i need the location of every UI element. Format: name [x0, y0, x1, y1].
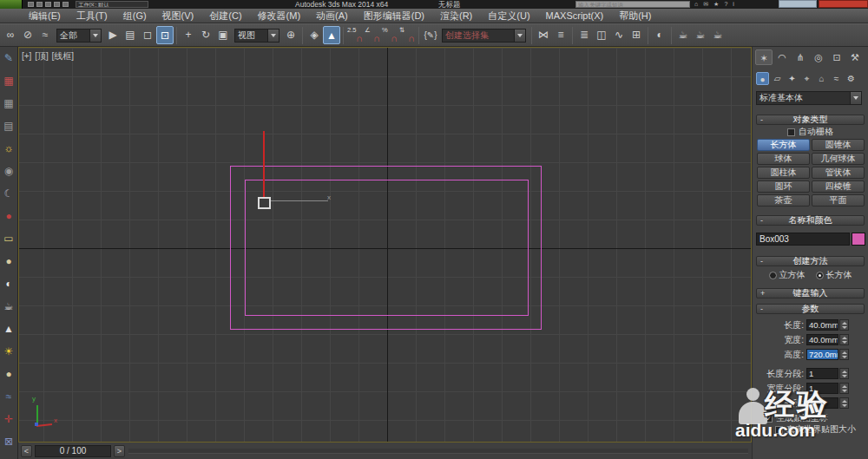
- cube-radio[interactable]: 立方体: [769, 270, 806, 280]
- rectangular-selection-region-icon[interactable]: ◻: [139, 26, 156, 44]
- sphere-light-icon[interactable]: ◐: [0, 272, 18, 295]
- menu-help[interactable]: 帮助(H): [611, 10, 659, 23]
- open-icon[interactable]: [36, 2, 43, 7]
- select-and-rotate-icon[interactable]: ↻: [197, 26, 214, 44]
- scene-explorer-icon[interactable]: ◫: [593, 26, 610, 44]
- sun-icon[interactable]: ☀: [0, 340, 18, 363]
- viewport-pov-menu[interactable]: [顶]: [35, 51, 49, 61]
- axis-icon[interactable]: ✛: [0, 408, 18, 430]
- align-icon[interactable]: ≡: [552, 26, 569, 44]
- sphere-button[interactable]: 球体: [757, 153, 810, 165]
- teapot-button[interactable]: 茶壶: [757, 194, 810, 207]
- infocenter-search-input[interactable]: [575, 1, 690, 8]
- curve-editor-icon[interactable]: ∿: [610, 26, 628, 44]
- bind-to-space-warp-icon[interactable]: ≈: [36, 26, 54, 44]
- snaps-toggle-25-icon[interactable]: 2.5 ∩: [346, 26, 364, 44]
- select-and-link-icon[interactable]: ∞: [2, 26, 19, 44]
- material-editor-icon[interactable]: ◐: [651, 26, 668, 44]
- length-segs-field[interactable]: 1: [806, 368, 838, 379]
- subtab-spacewarps-icon[interactable]: ≈: [830, 72, 843, 85]
- spinner-snap-toggle-icon[interactable]: ⇅ ∩: [398, 26, 416, 44]
- subtab-cameras-icon[interactable]: ⌖: [800, 72, 813, 85]
- subtab-helpers-icon[interactable]: ⌂: [815, 72, 828, 85]
- info-icon[interactable]: i: [733, 0, 734, 8]
- menu-group[interactable]: 组(G): [115, 10, 155, 23]
- menu-customize[interactable]: 自定义(U): [480, 10, 537, 23]
- height-field[interactable]: 720.0mm: [806, 349, 838, 360]
- menu-edit[interactable]: 编辑(E): [21, 10, 69, 23]
- rendered-frame-window-icon[interactable]: ☕: [692, 26, 709, 44]
- menu-tools[interactable]: 工具(T): [69, 10, 115, 23]
- menu-animation[interactable]: 动画(A): [308, 10, 356, 23]
- save-icon[interactable]: [45, 2, 51, 7]
- select-and-scale-icon[interactable]: ▣: [214, 26, 232, 44]
- cone-icon[interactable]: ▲: [0, 318, 18, 340]
- new-icon[interactable]: [28, 2, 34, 7]
- parameters-rollout-header[interactable]: - 参数: [756, 304, 865, 314]
- keyboard-shortcut-override-icon[interactable]: ▲: [323, 26, 340, 44]
- menu-modifiers[interactable]: 修改器(M): [250, 10, 309, 23]
- height-spinner[interactable]: [839, 349, 849, 360]
- grid-helper-icon[interactable]: ⊠: [0, 430, 18, 453]
- favorites-icon[interactable]: ★: [713, 0, 719, 8]
- menu-maxscript[interactable]: MAXScript(X): [538, 10, 612, 21]
- top-viewport[interactable]: [+] [顶] [线框] x y x: [18, 47, 752, 443]
- select-and-move-icon[interactable]: +: [180, 26, 197, 44]
- primitive-category-dropdown[interactable]: 标准基本体: [756, 91, 862, 105]
- app-menu-button[interactable]: [0, 0, 23, 9]
- next-frame-button[interactable]: >: [114, 445, 125, 457]
- tab-hierarchy-icon[interactable]: ⋔: [792, 49, 809, 65]
- length-spinner[interactable]: [839, 319, 849, 331]
- subtab-geometry-icon[interactable]: ●: [756, 72, 769, 85]
- menu-views[interactable]: 视图(V): [155, 10, 202, 23]
- viewport-shading-menu[interactable]: [线框]: [52, 51, 75, 61]
- menu-create[interactable]: 创建(C): [201, 10, 249, 23]
- subtab-shapes-icon[interactable]: ▱: [771, 72, 784, 85]
- clapper-icon[interactable]: ▦: [0, 69, 18, 92]
- record-icon[interactable]: ●: [0, 205, 18, 227]
- slot-icon[interactable]: ▭: [0, 227, 18, 250]
- workspace-dropdown[interactable]: 工作区: 默认: [76, 1, 148, 8]
- render-setup-icon[interactable]: ☕: [674, 26, 692, 44]
- torus-button[interactable]: 圆环: [757, 180, 810, 193]
- help-icon[interactable]: ?: [724, 0, 727, 8]
- current-frame-field[interactable]: 0 / 100: [35, 445, 111, 457]
- box-button[interactable]: 长方体: [757, 139, 810, 151]
- select-and-manipulate-icon[interactable]: ◈: [306, 26, 323, 44]
- tab-create-icon[interactable]: ✶: [755, 49, 773, 65]
- schematic-view-icon[interactable]: ⊞: [628, 26, 645, 44]
- length-field[interactable]: 40.0mm: [806, 319, 838, 331]
- previous-frame-button[interactable]: <: [21, 445, 32, 457]
- width-field[interactable]: 40.0mm: [806, 334, 838, 345]
- subtab-lights-icon[interactable]: ✦: [786, 72, 799, 85]
- brush-icon[interactable]: ✎: [0, 47, 18, 69]
- tab-display-icon[interactable]: ⊡: [828, 49, 845, 65]
- name-color-rollout-header[interactable]: - 名称和颜色: [756, 215, 865, 226]
- menu-rendering[interactable]: 渲染(R): [432, 10, 480, 23]
- window-restore-button[interactable]: [779, 0, 817, 8]
- undo-icon[interactable]: [54, 2, 60, 7]
- window-close-button[interactable]: [819, 0, 868, 8]
- plane-button[interactable]: 平面: [812, 194, 865, 207]
- moon-icon[interactable]: ☾: [0, 182, 18, 205]
- geosphere-button[interactable]: 几何球体: [812, 153, 865, 165]
- calculator-icon[interactable]: ▦: [0, 92, 18, 115]
- ball-icon[interactable]: ●: [0, 363, 18, 385]
- bulb-icon[interactable]: ☼: [0, 137, 18, 160]
- height-segs-spinner[interactable]: [839, 397, 849, 409]
- width-segs-spinner[interactable]: [839, 383, 849, 394]
- width-segs-field[interactable]: 1: [806, 383, 838, 394]
- pyramid-button[interactable]: 四棱锥: [812, 180, 865, 193]
- signin-icon[interactable]: ⌂: [694, 0, 698, 8]
- render-production-icon[interactable]: ☕: [709, 26, 727, 44]
- edit-named-selection-sets-icon[interactable]: {✎}: [422, 26, 439, 44]
- grid-panel-icon[interactable]: ▤: [0, 115, 18, 137]
- select-by-name-icon[interactable]: ▤: [122, 26, 139, 44]
- teapot-icon[interactable]: ☕: [0, 295, 18, 318]
- keyboard-entry-rollout-header[interactable]: + 键盘输入: [756, 288, 865, 298]
- box-radio[interactable]: 长方体: [816, 270, 852, 280]
- select-object-icon[interactable]: ▶: [104, 26, 122, 44]
- object-type-rollout-header[interactable]: - 对象类型: [756, 115, 865, 125]
- use-pivot-point-center-icon[interactable]: ⊕: [282, 26, 299, 44]
- tube-button[interactable]: 管状体: [812, 167, 865, 179]
